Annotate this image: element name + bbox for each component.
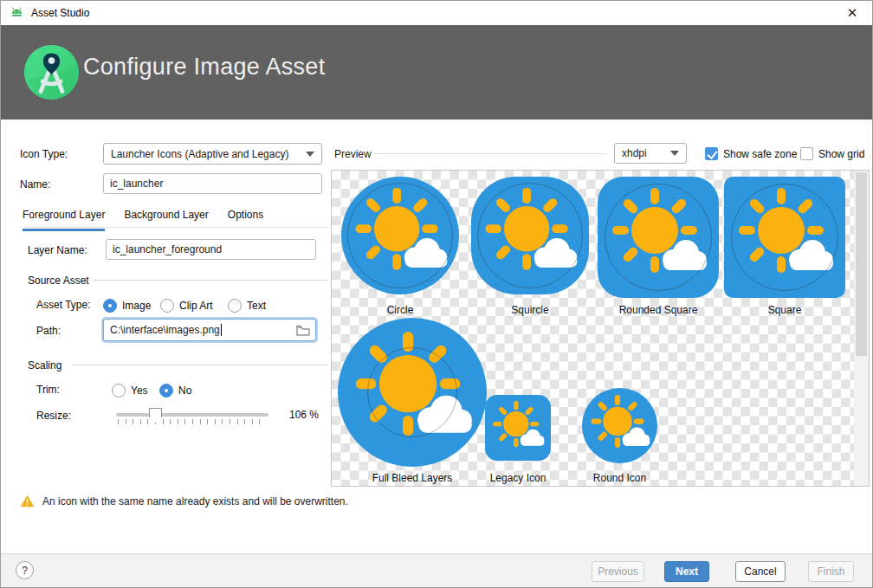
safe-zone-ring <box>605 184 712 291</box>
show-safe-zone-checkbox[interactable]: Show safe zone <box>705 147 797 160</box>
layer-name-label: Layer Name: <box>28 244 87 256</box>
tile-label: Full Bleed Layers <box>372 472 453 484</box>
path-value: C:\interface\images.png <box>110 324 220 336</box>
checkbox-label: Show grid <box>818 148 864 160</box>
launcher-preview-circle <box>341 177 459 294</box>
trim-label: Trim: <box>36 384 60 396</box>
asset-type-label: Asset Type: <box>36 299 90 311</box>
warning-row: An icon with the same name already exist… <box>20 494 348 507</box>
resize-value: 106 % <box>289 409 319 421</box>
launcher-preview-round <box>582 388 657 463</box>
resize-slider[interactable] <box>116 408 268 425</box>
checkbox-unchecked-icon <box>800 147 813 160</box>
tile-label: Circle <box>387 304 414 316</box>
checkbox-checked-icon <box>705 147 718 160</box>
trim-radio-yes[interactable]: Yes <box>112 384 148 397</box>
name-value: ic_launcher <box>110 178 163 190</box>
asset-type-radio-clipart[interactable]: Clip Art <box>160 299 213 313</box>
trim-radio-no[interactable]: No <box>159 384 191 397</box>
layer-name-input[interactable]: ic_launcher_foreground <box>106 239 316 260</box>
asset-type-radio-image[interactable]: Image <box>103 299 151 313</box>
chevron-down-icon <box>306 152 314 157</box>
preview-tile-round: Round Icon <box>566 388 674 484</box>
name-input[interactable]: ic_launcher <box>103 173 322 194</box>
path-label: Path: <box>36 325 61 337</box>
asset-type-radio-text[interactable]: Text <box>228 299 266 313</box>
previous-button[interactable]: Previous <box>592 561 644 582</box>
layer-name-value: ic_launcher_foreground <box>113 243 222 255</box>
text-caret <box>221 324 222 336</box>
preview-tile-legacy: Legacy Icon <box>470 395 566 484</box>
icon-type-label: Icon Type: <box>20 148 68 160</box>
wizard-header: Configure Image Asset <box>1 25 872 120</box>
launcher-preview-rounded-square <box>598 177 719 298</box>
icon-type-value: Launcher Icons (Adaptive and Legacy) <box>111 148 288 160</box>
asset-studio-dialog: Asset Studio ✕ Configure Image Asset Ico… <box>0 0 873 588</box>
folder-browse-icon[interactable] <box>296 325 310 336</box>
radio-off-icon <box>228 299 242 313</box>
preview-canvas: Circle Squircle Rounded Square Square <box>331 170 870 487</box>
safe-zone-ring <box>347 183 453 288</box>
close-button[interactable]: ✕ <box>832 1 872 24</box>
show-grid-checkbox[interactable]: Show grid <box>800 147 864 160</box>
path-input[interactable]: C:\interface\images.png <box>103 319 316 341</box>
resize-label: Resize: <box>36 410 71 422</box>
tile-label: Legacy Icon <box>490 472 546 484</box>
footer-bar: ? Previous Next Cancel Finish <box>1 553 872 587</box>
radio-label: Yes <box>131 384 148 397</box>
android-studio-logo-icon <box>23 43 81 101</box>
preview-tile-square: Square <box>724 177 845 316</box>
tile-label: Round Icon <box>593 472 646 484</box>
help-button[interactable]: ? <box>16 561 34 579</box>
radio-on-icon <box>159 384 173 397</box>
scrollbar-thumb[interactable] <box>856 172 867 356</box>
radio-label: No <box>178 384 191 397</box>
preview-tile-full-bleed: Full Bleed Layers <box>338 318 487 484</box>
tile-label: Square <box>768 304 802 316</box>
window-title: Asset Studio <box>31 7 89 19</box>
tab-background-layer[interactable]: Background Layer <box>124 209 208 231</box>
radio-on-icon <box>103 299 117 313</box>
tile-label: Squircle <box>511 304 548 316</box>
page-title: Configure Image Asset <box>83 54 325 81</box>
safe-zone-ring <box>367 347 457 437</box>
next-button[interactable]: Next <box>664 561 709 582</box>
radio-label: Image <box>122 300 151 312</box>
safe-zone-ring <box>477 183 583 288</box>
preview-scrollbar[interactable] <box>854 171 869 486</box>
launcher-preview-full-bleed <box>338 318 487 467</box>
chevron-down-icon <box>670 151 679 156</box>
preview-tile-squircle: Squircle <box>471 177 589 316</box>
preview-tile-circle: Circle <box>341 177 459 316</box>
icon-type-select[interactable]: Launcher Icons (Adaptive and Legacy) <box>103 143 322 165</box>
tabs-divider <box>23 227 327 228</box>
slider-track[interactable] <box>116 413 268 417</box>
safe-zone-ring <box>731 184 838 291</box>
launcher-preview-square <box>724 177 845 298</box>
title-bar: Asset Studio ✕ <box>1 1 872 25</box>
slider-ticks <box>118 419 267 424</box>
density-select[interactable]: xhdpi <box>614 143 687 164</box>
radio-off-icon <box>112 384 126 397</box>
launcher-preview-squircle <box>471 177 589 294</box>
scaling-section-label: Scaling <box>28 359 61 372</box>
radio-label: Clip Art <box>179 300 213 312</box>
radio-off-icon <box>160 299 174 313</box>
scaling-divider <box>73 365 327 365</box>
warning-text: An icon with the same name already exist… <box>42 495 348 507</box>
warning-icon <box>20 494 35 507</box>
launcher-preview-legacy <box>485 395 551 461</box>
density-value: xhdpi <box>622 147 647 159</box>
preview-tile-rounded-square: Rounded Square <box>598 177 719 316</box>
checkbox-label: Show safe zone <box>723 148 797 160</box>
tile-label: Rounded Square <box>619 304 698 316</box>
name-label: Name: <box>20 178 50 191</box>
tab-options[interactable]: Options <box>228 209 263 231</box>
tab-foreground-layer[interactable]: Foreground Layer <box>23 209 105 231</box>
layer-tabs: Foreground Layer Background Layer Option… <box>23 209 263 231</box>
preview-divider <box>375 153 607 154</box>
radio-label: Text <box>247 300 266 312</box>
source-asset-divider <box>93 280 327 281</box>
finish-button[interactable]: Finish <box>808 561 854 582</box>
cancel-button[interactable]: Cancel <box>735 561 786 582</box>
